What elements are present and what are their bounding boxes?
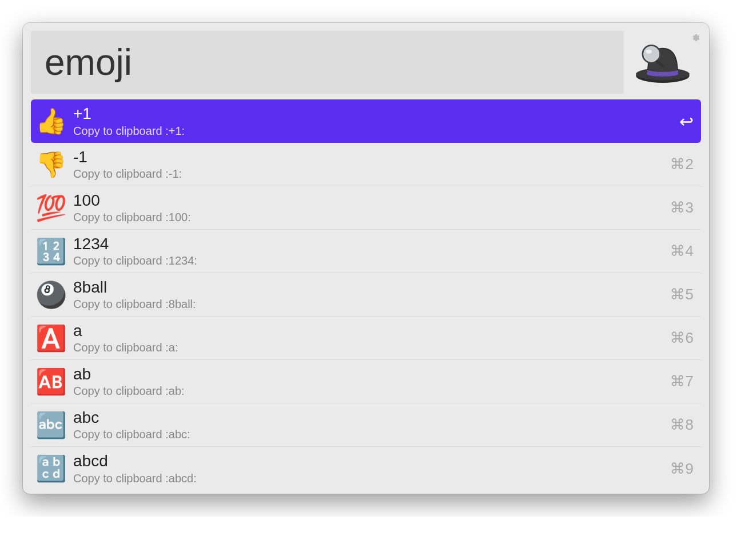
result-subtitle: Copy to clipboard :abc: [73, 427, 670, 442]
letters-abcd-icon: 🔡 [35, 456, 66, 481]
result-subtitle: Copy to clipboard :abcd: [73, 471, 670, 486]
keyboard-shortcut: ⌘2 [670, 155, 694, 173]
result-item-8ball[interactable]: 🎱 8ball Copy to clipboard :8ball: ⌘5 [31, 273, 701, 317]
result-text: -1 Copy to clipboard :-1: [66, 147, 670, 182]
keyboard-shortcut: ⌘5 [670, 286, 694, 303]
hundred-icon: 💯 [35, 195, 66, 221]
result-item-abcd[interactable]: 🔡 abcd Copy to clipboard :abcd: ⌘9 [31, 447, 701, 490]
result-item-abc[interactable]: 🔤 abc Copy to clipboard :abc: ⌘8 [31, 403, 701, 447]
result-subtitle: Copy to clipboard :100: [73, 210, 670, 225]
keyboard-shortcut: ⌘9 [670, 460, 694, 478]
keyboard-shortcut: ⌘3 [670, 199, 694, 217]
alfred-window: 👍 +1 Copy to clipboard :+1: ↩ 👎 -1 Copy … [23, 23, 709, 494]
result-title: abc [73, 408, 670, 427]
result-subtitle: Copy to clipboard :-1: [73, 166, 670, 181]
result-item-plus1[interactable]: 👍 +1 Copy to clipboard :+1: ↩ [31, 99, 701, 143]
result-title: +1 [73, 104, 679, 123]
result-title: abcd [73, 451, 670, 471]
keyboard-shortcut: ⌘4 [670, 242, 694, 260]
result-title: -1 [73, 147, 670, 167]
result-item-a[interactable]: 🅰️ a Copy to clipboard :a: ⌘6 [31, 317, 701, 360]
result-item-1234[interactable]: 🔢 1234 Copy to clipboard :1234: ⌘4 [31, 230, 701, 273]
result-title: a [73, 321, 670, 341]
keyboard-shortcut: ⌘6 [670, 329, 694, 347]
result-text: 1234 Copy to clipboard :1234: [66, 234, 670, 269]
result-text: ab Copy to clipboard :ab: [66, 365, 670, 399]
result-text: a Copy to clipboard :a: [66, 321, 670, 355]
result-subtitle: Copy to clipboard :a: [73, 340, 670, 355]
results-list: 👍 +1 Copy to clipboard :+1: ↩ 👎 -1 Copy … [23, 99, 709, 490]
result-subtitle: Copy to clipboard :ab: [73, 383, 670, 398]
svg-point-4 [646, 50, 652, 54]
result-item-100[interactable]: 💯 100 Copy to clipboard :100: ⌘3 [31, 186, 701, 230]
keyboard-shortcut: ⌘7 [670, 373, 694, 390]
result-title: 8ball [73, 278, 670, 297]
eight-ball-icon: 🎱 [35, 282, 66, 307]
result-title: 1234 [73, 234, 670, 254]
result-text: +1 Copy to clipboard :+1: [66, 104, 679, 138]
letters-ab-icon: 🆎 [35, 369, 66, 394]
letters-abc-icon: 🔤 [35, 413, 66, 438]
app-logo [624, 37, 701, 88]
search-input[interactable] [31, 31, 624, 94]
result-subtitle: Copy to clipboard :8ball: [73, 297, 670, 311]
result-subtitle: Copy to clipboard :+1: [73, 123, 679, 138]
alfred-hat-icon [631, 37, 694, 88]
numbers-icon: 🔢 [35, 239, 66, 264]
keyboard-shortcut: ⌘8 [670, 416, 694, 434]
result-text: abcd Copy to clipboard :abcd: [66, 451, 670, 486]
svg-point-3 [644, 47, 658, 61]
result-title: ab [73, 365, 670, 384]
enter-shortcut-icon: ↩ [679, 111, 694, 131]
letter-a-icon: 🅰️ [35, 326, 66, 351]
result-title: 100 [73, 191, 670, 210]
thumbs-down-icon: 👎 [35, 152, 66, 177]
gear-icon[interactable] [691, 33, 700, 45]
result-item-ab[interactable]: 🆎 ab Copy to clipboard :ab: ⌘7 [31, 360, 701, 403]
result-text: 8ball Copy to clipboard :8ball: [66, 278, 670, 312]
result-subtitle: Copy to clipboard :1234: [73, 253, 670, 268]
search-row [23, 23, 709, 99]
thumbs-up-icon: 👍 [35, 109, 66, 134]
result-item-minus1[interactable]: 👎 -1 Copy to clipboard :-1: ⌘2 [31, 143, 701, 186]
result-text: 100 Copy to clipboard :100: [66, 191, 670, 225]
result-text: abc Copy to clipboard :abc: [66, 408, 670, 442]
